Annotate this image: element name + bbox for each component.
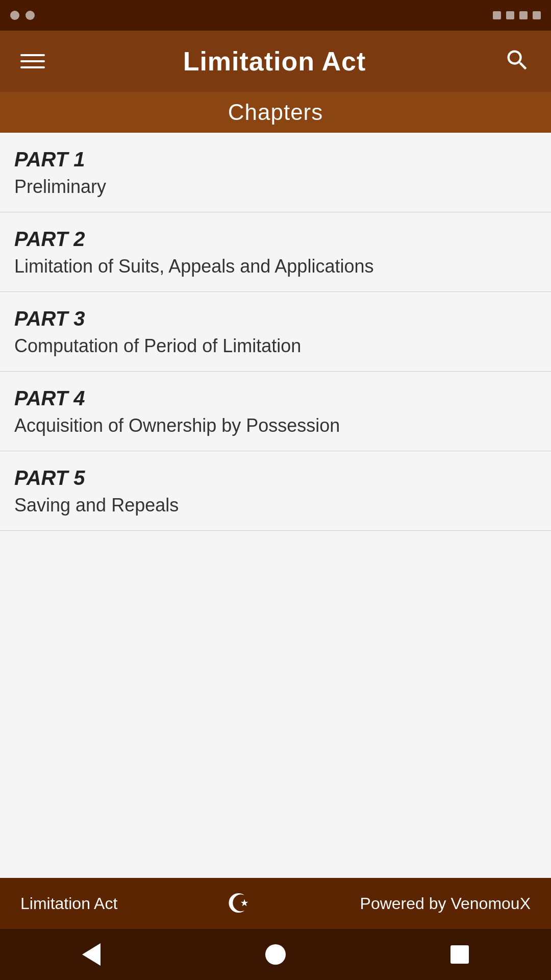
status-bar bbox=[0, 0, 551, 31]
footer-center: ☪ bbox=[227, 890, 251, 917]
empty-space bbox=[0, 531, 551, 878]
recent-button[interactable] bbox=[450, 945, 469, 964]
part-4-label: PART 4 bbox=[14, 387, 537, 410]
menu-line-2 bbox=[20, 60, 45, 62]
chapter-item-3[interactable]: PART 3 Computation of Period of Limitati… bbox=[0, 292, 551, 372]
part-5-label: PART 5 bbox=[14, 467, 537, 489]
menu-button[interactable] bbox=[20, 54, 45, 68]
wifi-icon bbox=[506, 11, 514, 19]
top-bar: Limitation Act bbox=[0, 31, 551, 92]
battery-icon bbox=[519, 11, 528, 19]
part-3-label: PART 3 bbox=[14, 307, 537, 330]
back-icon bbox=[82, 943, 101, 966]
recent-icon bbox=[450, 945, 469, 964]
part-5-description: Saving and Repeals bbox=[14, 495, 537, 516]
back-button[interactable] bbox=[82, 943, 101, 966]
status-right bbox=[493, 11, 541, 19]
chapter-item-4[interactable]: PART 4 Acquisition of Ownership by Posse… bbox=[0, 372, 551, 451]
home-icon bbox=[265, 944, 286, 965]
content-area: PART 1 Preliminary PART 2 Limitation of … bbox=[0, 133, 551, 878]
home-button[interactable] bbox=[265, 944, 286, 965]
footer-app-name: Limitation Act bbox=[20, 894, 117, 913]
status-dot-1 bbox=[10, 11, 19, 20]
part-4-description: Acquisition of Ownership by Possession bbox=[14, 415, 537, 436]
chapters-bar: Chapters bbox=[0, 92, 551, 133]
part-2-description: Limitation of Suits, Appeals and Applica… bbox=[14, 256, 537, 277]
search-button[interactable] bbox=[504, 47, 531, 76]
status-left bbox=[10, 11, 35, 20]
status-dot-2 bbox=[26, 11, 35, 20]
time-icon bbox=[533, 11, 541, 19]
part-3-description: Computation of Period of Limitation bbox=[14, 335, 537, 357]
chapter-item-1[interactable]: PART 1 Preliminary bbox=[0, 133, 551, 212]
crescent-icon: ☪ bbox=[227, 890, 251, 917]
app-title: Limitation Act bbox=[183, 46, 366, 77]
nav-bar bbox=[0, 929, 551, 980]
chapters-title: Chapters bbox=[228, 100, 323, 125]
signal-icon bbox=[493, 11, 501, 19]
part-2-label: PART 2 bbox=[14, 228, 537, 251]
footer-powered-by: Powered by VenomouX bbox=[360, 894, 531, 913]
search-icon bbox=[504, 47, 531, 74]
part-1-description: Preliminary bbox=[14, 176, 537, 198]
footer: Limitation Act ☪ Powered by VenomouX bbox=[0, 878, 551, 929]
chapter-item-5[interactable]: PART 5 Saving and Repeals bbox=[0, 451, 551, 531]
chapter-item-2[interactable]: PART 2 Limitation of Suits, Appeals and … bbox=[0, 212, 551, 292]
menu-line-3 bbox=[20, 66, 45, 68]
part-1-label: PART 1 bbox=[14, 148, 537, 171]
menu-line-1 bbox=[20, 54, 45, 56]
